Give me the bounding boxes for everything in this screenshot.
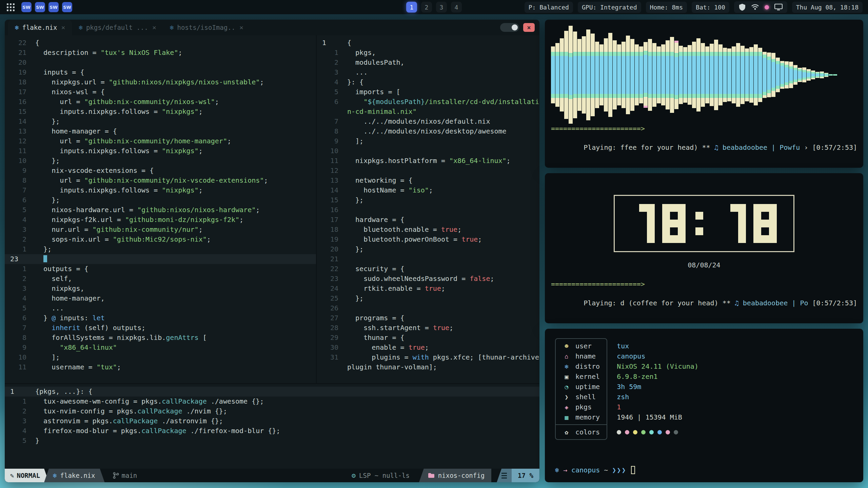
visualizer-bar [626,36,630,114]
visualizer-bar [683,47,687,103]
code-line: 14 }; [5,117,316,126]
uptime-icon: ◔ [563,383,571,390]
code-line: 31 plugins = with pkgs.xfce; [thunar-arc… [317,352,539,362]
color-dot [649,430,654,434]
prompt-distro-icon: ❄ [555,466,559,474]
code-line: 22 security = { [317,264,539,274]
shield-icon[interactable] [739,3,746,11]
user-icon: ☻ [563,343,571,350]
window-close-button[interactable]: × [523,23,535,32]
hostname-icon: ⌂ [563,353,571,360]
clock-terminal: 08/08/24 ======================> Playing… [545,173,863,323]
visualizer-bar [802,67,806,82]
code-line: 2 self, [5,274,316,284]
code-line: 8 url = "github:nix-community/nix-vscode… [5,176,316,185]
editor-pane-pkgs-default-nix[interactable]: 1{pkgs, ...}: {1 tux-awesome-wm-config =… [5,383,539,469]
memory-icon: ▦ [563,414,571,421]
gear-icon: ⚙ [352,471,356,480]
recording-indicator-icon [765,5,769,9]
workspace-tag-4[interactable]: 4 [451,2,462,13]
fetch-label-text: pkgs [575,403,592,411]
display-icon[interactable] [774,4,783,11]
now-playing: Playing: d (coffee for your head) ** ♫ b… [551,289,857,317]
color-dot [633,430,637,434]
code-line: 7 inputs.nixpkgs.follows = "nixpkgs"; [5,185,316,195]
code-line: 20 [5,58,316,67]
visualizer-bar [741,46,745,104]
track-time: [0:57/2:53] [812,143,857,151]
system-info: ☻user⌂hname❄distro▣kernel◔uptime❯shell◈p… [555,338,853,440]
workspace-tag-1[interactable]: 1 [406,2,417,13]
workspace-tag-3[interactable]: 3 [436,2,447,13]
code-line: 25 }; [317,293,539,303]
clock-digit [723,204,746,243]
statusline-filename[interactable]: ❄ flake.nix [44,469,104,482]
fetch-label-text: uptime [575,383,600,391]
editor-tab[interactable]: ❄hosts/isoImag..× [163,20,250,35]
visualizer-bar [644,42,648,108]
tab-close-icon[interactable]: × [239,23,243,32]
editor-pane-flake-nix[interactable]: 22{21 description = "tux's NixOS Flake";… [5,35,316,383]
clock-digit [631,204,655,243]
vim-mode-indicator: ✎ NORMAL [5,469,49,482]
taskbar-app-icon[interactable]: SW [35,2,45,12]
editor-pane-iso-image-nix[interactable]: 1{1 pkgs,2 modulesPath,3 ...4}: {5 impor… [316,35,539,383]
code-line: 19 bluetooth.powerOnBoot = true; [317,235,539,244]
code-line: 5 nixos-hardware.url = "github:nixos/nix… [5,205,316,215]
visualizer-bar [635,44,639,105]
app-launcher-icon[interactable] [5,2,16,13]
editor-tab[interactable]: ❄flake.nix× [8,20,72,35]
taskbar-app-icon[interactable]: SW [48,2,59,12]
shell-icon: ❯ [563,393,571,401]
project-label: nixos-config [438,472,485,479]
fetch-label-kernel: ▣kernel [556,371,607,382]
visualizer-bar [745,48,749,101]
fetch-label-hname: ⌂hname [556,351,607,361]
shell-prompt[interactable]: ❄ → canopus ~ ❯❯❯ [555,466,853,474]
fetch-label-pkgs: ◈pkgs [556,402,607,412]
nix-snowflake-icon: ❄ [53,472,57,479]
visualizer-bar [789,62,793,88]
fetch-value-memory: 1946 | 15394 MiB [617,412,698,422]
separator: › [804,143,812,151]
code-line: 21 description = "tux's NixOS Flake"; [5,48,316,58]
folder-icon [428,473,435,478]
taskbar-app-icon[interactable]: SW [62,2,72,12]
visualizer-bar [829,74,833,76]
topbar-right: P: Balanced GPU: Integrated Home: 8ms Ba… [525,1,863,13]
fetch-label-memory: ▦memory [556,412,607,422]
music-note-icon: ♫ [714,143,723,151]
visualizer-bar [811,70,815,79]
gpu-status: GPU: Integrated [578,2,641,13]
editor-tab[interactable]: ❄pkgs/default ...× [72,20,163,35]
code-line: 15 inputs.nixpkgs.follows = "nixpkgs"; [5,107,316,117]
fetch-label-text: distro [575,362,600,370]
code-line: 3 nur.url = "github:nix-community/nur"; [5,225,316,235]
visualizer-bar [604,38,608,111]
code-line: 12 [317,166,539,176]
progress-label: 17 % [512,469,539,482]
toggle-switch[interactable] [500,23,519,32]
visualizer-bar [639,46,643,103]
now-playing: Playing: ffee for your head) ** ♫ beabad… [551,133,857,162]
visualizer-bar [560,38,564,111]
visualizer-bar [652,43,656,107]
fetch-label-text: memory [575,413,600,421]
track-progress-bar: ======================> [551,279,857,289]
workspace-tag-2[interactable]: 2 [421,2,432,13]
visualizer-bar [555,43,559,107]
visualizer-bar [793,65,797,85]
neovim-window: ❄flake.nix×❄pkgs/default ...×❄hosts/isoI… [5,20,539,482]
tab-close-icon[interactable]: × [61,23,65,32]
code-line: 5 imports = [ [317,87,539,97]
fetch-label-text: user [575,342,592,350]
taskbar-app-icon[interactable]: SW [21,2,32,12]
wifi-icon[interactable] [751,4,759,10]
tab-close-icon[interactable]: × [152,23,156,32]
project-badge[interactable]: nixos-config [419,469,491,482]
code-line: 15 }; [317,195,539,205]
fetch-label-text: shell [575,393,596,401]
battery-status: Bat: 100 [692,2,729,13]
code-line: 17 hardware = { [317,215,539,225]
mode-icon: ✎ [10,472,14,479]
